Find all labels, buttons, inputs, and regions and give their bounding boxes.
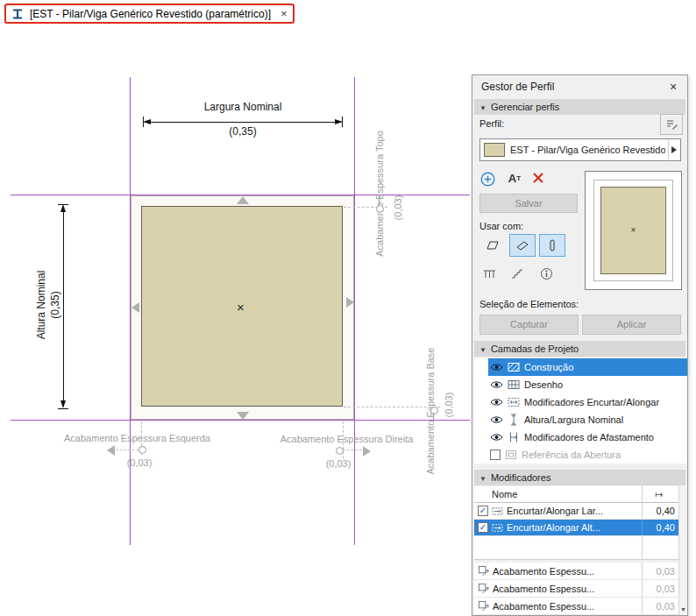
checkbox-checked[interactable]: ✓ bbox=[478, 506, 488, 516]
layer-row-afastamento[interactable]: Modificadores de Afastamento bbox=[474, 428, 687, 446]
section-modificadores-label: Modificadores bbox=[491, 472, 550, 483]
offset-modifiers-icon bbox=[508, 431, 520, 443]
modifier-handle-left[interactable] bbox=[131, 302, 139, 313]
info-icon[interactable] bbox=[537, 265, 555, 282]
dim-topo-anchor[interactable] bbox=[376, 205, 384, 213]
palette-close-icon[interactable]: × bbox=[666, 80, 680, 94]
dim-base-anchor[interactable] bbox=[430, 407, 438, 414]
collapse-triangle-icon: ▼ bbox=[479, 104, 486, 112]
profile-dropdown[interactable]: EST - Pilar/Viga Genérico Revestido (p..… bbox=[479, 138, 681, 161]
scroll-down-icon[interactable]: ▼ bbox=[679, 604, 687, 615]
stretch-modifiers-icon bbox=[508, 396, 520, 408]
dropdown-arrow-icon[interactable] bbox=[671, 146, 677, 153]
dim-base-stem bbox=[433, 413, 434, 420]
opening-reference-icon bbox=[505, 449, 517, 461]
eye-icon bbox=[490, 433, 503, 442]
layer-row-desenho[interactable]: Desenho bbox=[474, 376, 687, 393]
modifier-label: Encurtar/Alongar Lar... bbox=[507, 506, 603, 516]
profile-settings-button[interactable] bbox=[660, 114, 683, 135]
section-camadas-label: Camadas de Projeto bbox=[491, 343, 579, 354]
section-modificadores[interactable]: ▼Modificadores bbox=[474, 470, 685, 485]
delete-profile-button[interactable] bbox=[532, 172, 544, 184]
perfil-label: Perfil: bbox=[479, 118, 504, 129]
use-with-stair-icon[interactable] bbox=[508, 265, 527, 282]
layer-label: Desenho bbox=[524, 379, 563, 390]
modifier-value[interactable]: 0,40 bbox=[642, 503, 678, 519]
construction-line-vertical-left[interactable] bbox=[130, 77, 131, 545]
use-with-railing-icon[interactable] bbox=[479, 265, 499, 282]
layer-row-altura-largura[interactable]: Altura/Largura Nominal bbox=[474, 411, 687, 428]
design-layers-list: Construção Desenho Modificadores Encurta… bbox=[474, 358, 687, 464]
layer-row-construcao[interactable]: Construção bbox=[474, 358, 687, 376]
dim-altura-value: (0,35) bbox=[49, 204, 61, 406]
modifier-arrow-bottom-left[interactable] bbox=[107, 445, 115, 456]
construction-line-horizontal-bottom[interactable] bbox=[11, 420, 470, 421]
drawing-layer-icon bbox=[508, 379, 520, 391]
dim-esquerda-anchor[interactable] bbox=[138, 446, 146, 454]
application-window: [EST - Pilar/Viga Genérico Revestido (pa… bbox=[0, 0, 696, 616]
layer-label: Modificadores de Afastamento bbox=[524, 432, 654, 443]
column-header-nome[interactable]: Nome bbox=[474, 486, 642, 502]
use-with-wall-toggle[interactable] bbox=[479, 234, 506, 257]
modifier-label: Acabamento Espessu... bbox=[493, 566, 594, 577]
checkbox-checked[interactable]: ✓ bbox=[478, 522, 488, 533]
dim-direita-anchor[interactable] bbox=[336, 447, 344, 455]
salvar-button[interactable]: Salvar bbox=[479, 194, 578, 213]
layer-checkbox-unchecked[interactable] bbox=[490, 450, 501, 460]
section-gerenciar-perfis[interactable]: ▼Gerenciar perfis bbox=[474, 99, 685, 115]
modifier-value[interactable]: 0,03 bbox=[642, 598, 678, 614]
dim-largura-value: (0,35) bbox=[143, 125, 343, 138]
layer-label: Modificadores Encurtar/Alongar bbox=[524, 397, 659, 407]
modifier-row-altura[interactable]: ✓ Encurtar/Alongar Alt... 0,40 bbox=[474, 520, 678, 536]
dim-topo-label: Acabamento Espessura Topo bbox=[373, 123, 386, 265]
construction-layer-icon bbox=[508, 361, 520, 373]
modifier-handle-right[interactable] bbox=[346, 297, 354, 308]
construction-line-vertical-right[interactable] bbox=[354, 77, 355, 545]
layer-row-referencia-abertura[interactable]: Referência da Abertura bbox=[474, 446, 687, 464]
eye-icon bbox=[490, 415, 503, 424]
finish-modifier-icon bbox=[478, 583, 489, 594]
rename-letter: A bbox=[508, 172, 516, 185]
section-camadas-projeto[interactable]: ▼Camadas de Projeto bbox=[474, 341, 685, 357]
eye-icon bbox=[490, 380, 503, 389]
profile-origin-mark[interactable]: × bbox=[237, 301, 245, 314]
dropdown-separator bbox=[668, 140, 669, 159]
dim-topo-value: (0,03) bbox=[392, 188, 404, 227]
finish-modifier-row[interactable]: Acabamento Espessu... 0,03 bbox=[474, 580, 678, 598]
finish-modifier-icon bbox=[478, 600, 489, 612]
finish-modifier-icon bbox=[478, 565, 489, 577]
dim-esquerda-label: Acabamento Espessura Esquerda bbox=[56, 433, 218, 443]
modifier-label: Acabamento Espessu... bbox=[493, 601, 594, 612]
capturar-button[interactable]: Capturar bbox=[479, 315, 579, 335]
modifier-value[interactable]: 0,03 bbox=[642, 563, 678, 579]
eye-icon bbox=[490, 398, 503, 407]
modifier-handle-bottom[interactable] bbox=[237, 412, 249, 420]
use-with-beam-toggle[interactable] bbox=[509, 234, 536, 257]
list-pencil-icon bbox=[665, 118, 678, 131]
dim-base-value: (0,03) bbox=[443, 386, 455, 424]
modifier-handle-top[interactable] bbox=[237, 196, 249, 204]
aplicar-button[interactable]: Aplicar bbox=[582, 315, 681, 335]
modifier-arrow-bottom-right[interactable] bbox=[363, 446, 371, 457]
modifiers-table-header[interactable]: Nome ↦ bbox=[474, 486, 678, 503]
modifiers-table: Nome ↦ ✓ Encurtar/Alongar Lar... 0,40 ✓ … bbox=[474, 486, 678, 615]
modifier-value[interactable]: 0,40 bbox=[642, 520, 678, 535]
section-gerenciar-label: Gerenciar perfis bbox=[491, 102, 559, 112]
modifiers-scrollbar[interactable]: ▼ bbox=[678, 486, 687, 615]
eye-icon bbox=[490, 363, 503, 372]
dim-topo-stem bbox=[379, 195, 380, 205]
layer-row-encurtar-alongar[interactable]: Modificadores Encurtar/Alongar bbox=[474, 393, 687, 411]
use-with-column-toggle[interactable] bbox=[539, 234, 565, 257]
modifier-label: Acabamento Espessu... bbox=[493, 584, 594, 594]
rename-profile-button[interactable]: AT bbox=[506, 170, 523, 186]
modifier-row-largura[interactable]: ✓ Encurtar/Alongar Lar... 0,40 bbox=[474, 503, 678, 520]
palette-title: Gestor de Perfil bbox=[472, 75, 687, 98]
selecao-label: Seleção de Elementos: bbox=[479, 299, 579, 309]
new-profile-button[interactable] bbox=[479, 171, 495, 187]
modifier-value[interactable]: 0,03 bbox=[642, 580, 678, 597]
offset-column-icon[interactable]: ↦ bbox=[642, 486, 678, 502]
profile-dropdown-value: EST - Pilar/Viga Genérico Revestido (p..… bbox=[510, 145, 665, 155]
wall-icon bbox=[486, 239, 499, 251]
finish-modifier-row[interactable]: Acabamento Espessu... 0,03 bbox=[474, 598, 678, 615]
finish-modifier-row[interactable]: Acabamento Espessu... 0,03 bbox=[474, 563, 678, 580]
